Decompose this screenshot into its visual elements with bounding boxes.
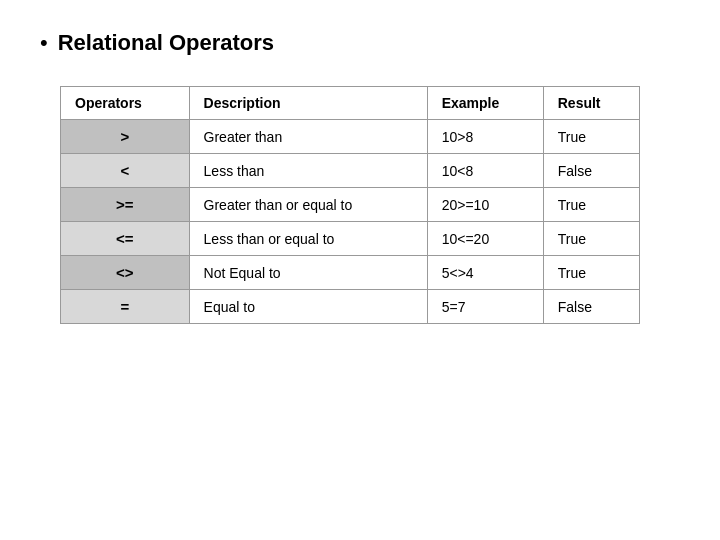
col-header-example: Example bbox=[427, 87, 543, 120]
description-cell: Greater than or equal to bbox=[189, 188, 427, 222]
table-row: >=Greater than or equal to20>=10True bbox=[61, 188, 640, 222]
result-cell: False bbox=[543, 290, 639, 324]
description-cell: Equal to bbox=[189, 290, 427, 324]
operator-cell: <> bbox=[61, 256, 190, 290]
example-cell: 20>=10 bbox=[427, 188, 543, 222]
operator-cell: <= bbox=[61, 222, 190, 256]
page-title: Relational Operators bbox=[58, 30, 274, 56]
description-cell: Greater than bbox=[189, 120, 427, 154]
description-cell: Not Equal to bbox=[189, 256, 427, 290]
table-container: Operators Description Example Result >Gr… bbox=[60, 86, 680, 324]
operator-cell: >= bbox=[61, 188, 190, 222]
description-cell: Less than or equal to bbox=[189, 222, 427, 256]
table-row: >Greater than10>8True bbox=[61, 120, 640, 154]
example-cell: 10<=20 bbox=[427, 222, 543, 256]
table-row: <=Less than or equal to10<=20True bbox=[61, 222, 640, 256]
title-section: • Relational Operators bbox=[40, 30, 680, 56]
result-cell: True bbox=[543, 188, 639, 222]
table-row: =Equal to5=7False bbox=[61, 290, 640, 324]
col-header-description: Description bbox=[189, 87, 427, 120]
example-cell: 10>8 bbox=[427, 120, 543, 154]
result-cell: False bbox=[543, 154, 639, 188]
col-header-result: Result bbox=[543, 87, 639, 120]
description-cell: Less than bbox=[189, 154, 427, 188]
col-header-operators: Operators bbox=[61, 87, 190, 120]
example-cell: 10<8 bbox=[427, 154, 543, 188]
table-row: <>Not Equal to5<>4True bbox=[61, 256, 640, 290]
operator-cell: = bbox=[61, 290, 190, 324]
result-cell: True bbox=[543, 256, 639, 290]
bullet-point: • bbox=[40, 30, 48, 56]
example-cell: 5=7 bbox=[427, 290, 543, 324]
page: • Relational Operators Operators Descrip… bbox=[0, 0, 720, 354]
result-cell: True bbox=[543, 120, 639, 154]
result-cell: True bbox=[543, 222, 639, 256]
table-row: <Less than10<8False bbox=[61, 154, 640, 188]
operator-cell: < bbox=[61, 154, 190, 188]
table-header-row: Operators Description Example Result bbox=[61, 87, 640, 120]
relational-operators-table: Operators Description Example Result >Gr… bbox=[60, 86, 640, 324]
operator-cell: > bbox=[61, 120, 190, 154]
example-cell: 5<>4 bbox=[427, 256, 543, 290]
